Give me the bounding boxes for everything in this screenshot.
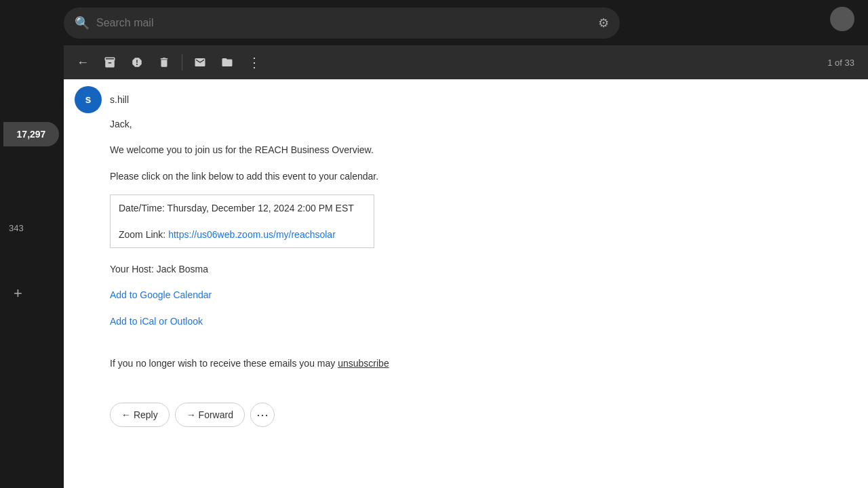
sender-avatar: s [75, 86, 102, 113]
sidebar-count-2: 343 [3, 220, 29, 236]
google-calendar-link[interactable]: Add to Google Calendar [110, 289, 212, 300]
delete-button[interactable] [152, 50, 176, 75]
sender-row: s s.hill [64, 79, 868, 117]
ical-link-wrapper: Add to iCal or Outlook [110, 314, 854, 329]
welcome-line: We welcome you to join us for the REACH … [110, 142, 854, 157]
search-icon: 🔍 [75, 16, 90, 30]
avatar[interactable] [830, 7, 854, 31]
date-time-label: Date/Time: Thursday, December 12, 2024 2… [119, 201, 366, 216]
add-label-button[interactable]: + [14, 285, 22, 302]
search-input[interactable] [96, 17, 591, 29]
zoom-link-row: Zoom Link: https://us06web.zoom.us/my/re… [119, 227, 366, 242]
click-line: Please click on the link below to add th… [110, 169, 854, 184]
move-to-button[interactable] [215, 50, 239, 75]
host-line: Your Host: Jack Bosma [110, 262, 854, 277]
email-count: 1 of 33 [827, 58, 854, 68]
search-bar-container: 🔍 ⚙ [64, 0, 834, 45]
email-body: Jack, We welcome you to join us for the … [64, 117, 868, 396]
sender-name: s.hill [110, 94, 129, 105]
more-actions-button[interactable]: ⋮ [242, 50, 267, 75]
unsubscribe-prefix: If you no longer wish to receive these e… [110, 358, 338, 369]
forward-button[interactable]: → Forward [175, 403, 245, 427]
event-info-box: Date/Time: Thursday, December 12, 2024 2… [110, 195, 374, 248]
unsubscribe-paragraph: If you no longer wish to receive these e… [110, 356, 854, 371]
zoom-label: Zoom Link: [119, 229, 168, 240]
more-reply-options-button[interactable]: ⋯ [250, 403, 275, 427]
archive-button[interactable] [98, 50, 122, 75]
report-spam-button[interactable] [125, 50, 149, 75]
unsubscribe-link[interactable]: unsubscribe [338, 358, 389, 369]
toolbar: ← ⋮ 1 of 33 [64, 45, 868, 79]
greeting: Jack, [110, 117, 854, 131]
email-content: s s.hill Jack, We welcome you to join us… [64, 79, 868, 488]
mark-read-button[interactable] [188, 50, 212, 75]
filter-icon[interactable]: ⚙ [598, 16, 609, 30]
back-button[interactable]: ← [71, 50, 95, 75]
ical-link[interactable]: Add to iCal or Outlook [110, 316, 203, 327]
search-bar: 🔍 ⚙ [64, 7, 620, 39]
google-calendar-link-wrapper: Add to Google Calendar [110, 287, 854, 302]
zoom-link[interactable]: https://us06web.zoom.us/my/reachsolar [168, 229, 336, 240]
reply-buttons-row: ← Reply → Forward ⋯ [64, 396, 868, 434]
toolbar-divider [182, 54, 182, 70]
top-right [830, 7, 854, 31]
reply-button[interactable]: ← Reply [110, 403, 170, 427]
unread-count-badge: 17,297 [3, 122, 59, 146]
